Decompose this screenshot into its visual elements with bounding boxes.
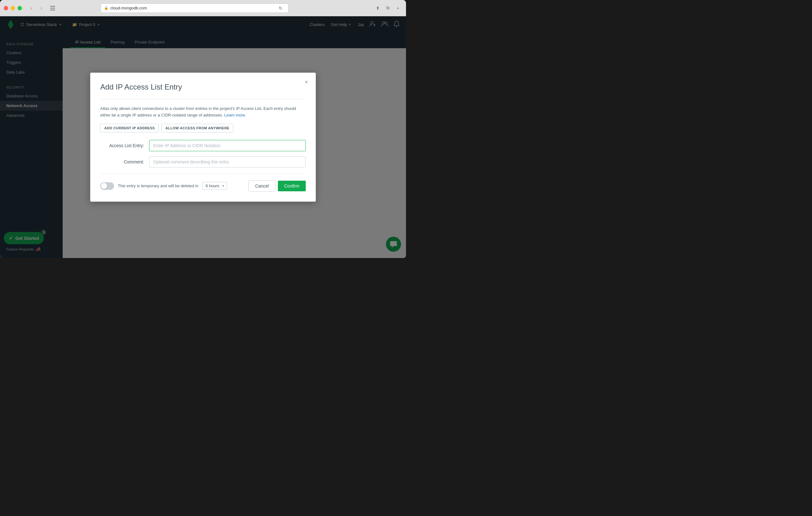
modal-divider-bottom	[100, 174, 306, 174]
hours-select[interactable]: 6 hours 1 day 1 week	[202, 182, 227, 190]
browser-actions: ⬆ ⧉ +	[373, 4, 402, 12]
more-button[interactable]: +	[394, 4, 402, 12]
confirm-button[interactable]: Confirm	[278, 181, 306, 191]
modal: × Add IP Access List Entry Atlas only al…	[90, 73, 316, 202]
traffic-lights	[4, 6, 22, 10]
svg-rect-0	[50, 6, 55, 7]
modal-close-button[interactable]: ×	[302, 78, 311, 86]
back-button[interactable]: ‹	[27, 4, 36, 12]
temp-entry-label: This entry is temporary and will be dele…	[118, 183, 198, 188]
access-list-entry-input[interactable]	[149, 140, 306, 151]
share-button[interactable]: ⬆	[373, 4, 382, 12]
add-current-ip-button[interactable]: ADD CURRENT IP ADDRESS	[100, 124, 159, 132]
browser-content: Serverless Stack ▼ 📁 Project 0 ▼ Cluster…	[0, 16, 406, 258]
forward-button[interactable]: ›	[37, 4, 46, 12]
allow-anywhere-button[interactable]: ALLOW ACCESS FROM ANYWHERE	[161, 124, 233, 132]
sidebar-toggle-button[interactable]	[48, 4, 57, 12]
maximize-traffic-light[interactable]	[18, 6, 22, 10]
modal-description: Atlas only allows client connections to …	[100, 105, 306, 119]
modal-learn-more-link[interactable]: Learn more.	[224, 113, 246, 117]
comment-input[interactable]	[149, 156, 306, 168]
lock-icon: 🔒	[104, 6, 108, 10]
toggle-knob	[101, 183, 107, 189]
modal-overlay[interactable]: × Add IP Access List Entry Atlas only al…	[0, 16, 406, 258]
cancel-button[interactable]: Cancel	[249, 180, 276, 192]
new-tab-button[interactable]: ⧉	[383, 4, 392, 12]
browser-titlebar: ‹ › 🔒 cloud.mongodb.com ↻ ⬆ ⧉ +	[0, 0, 406, 16]
comment-row: Comment:	[100, 156, 306, 168]
access-list-entry-label: Access List Entry:	[100, 143, 144, 148]
reload-button[interactable]: ↻	[276, 4, 285, 12]
address-bar[interactable]: 🔒 cloud.mongodb.com ↻	[100, 3, 289, 13]
modal-footer: This entry is temporary and will be dele…	[100, 180, 306, 192]
close-traffic-light[interactable]	[4, 6, 8, 10]
modal-title: Add IP Access List Entry	[100, 83, 306, 91]
hours-select-wrapper: 6 hours 1 day 1 week	[202, 182, 227, 190]
footer-buttons: Cancel Confirm	[249, 180, 306, 192]
browser-window: ‹ › 🔒 cloud.mongodb.com ↻ ⬆ ⧉ +	[0, 0, 406, 258]
temp-entry-section: This entry is temporary and will be dele…	[100, 182, 227, 190]
svg-rect-1	[50, 8, 55, 8]
comment-label: Comment:	[100, 159, 144, 164]
temp-entry-toggle[interactable]	[100, 182, 114, 190]
url-text: cloud.mongodb.com	[110, 6, 147, 10]
minimize-traffic-light[interactable]	[11, 6, 15, 10]
svg-rect-2	[50, 10, 55, 10]
nav-buttons: ‹ ›	[27, 4, 46, 12]
access-list-entry-row: Access List Entry:	[100, 140, 306, 151]
quick-buttons: ADD CURRENT IP ADDRESS ALLOW ACCESS FROM…	[100, 124, 306, 132]
